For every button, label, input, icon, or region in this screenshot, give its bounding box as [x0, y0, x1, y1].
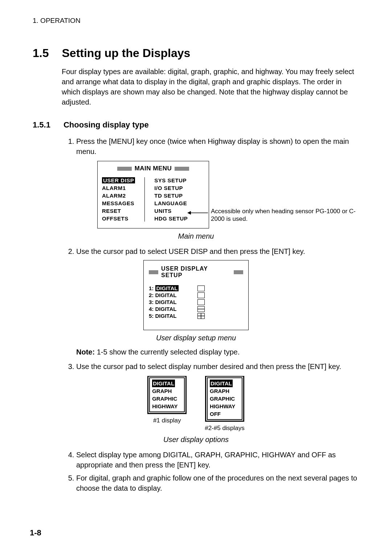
user-display-setup-figure: USER DISPLAY SETUP 1: DIGITAL 2: DIGITAL…	[143, 260, 249, 330]
uds-row-label: 5: DIGITAL	[149, 313, 189, 319]
option-item: HIGHWAY	[210, 402, 240, 410]
intro-text: Four display types are available: digita…	[62, 66, 359, 107]
menu-item: UNITS	[154, 208, 188, 214]
section-number: 1.5	[33, 46, 49, 60]
option-item: OFF	[210, 410, 240, 418]
menu-item: I/O SETUP	[154, 185, 188, 191]
step-2: Use the cursor pad to select USER DISP a…	[76, 246, 359, 256]
main-menu-caption: Main menu	[33, 232, 359, 240]
option-selected: DIGITAL	[210, 380, 233, 387]
uds-row-label: 2: DIGITAL	[149, 292, 189, 298]
layout-2-icon	[197, 306, 205, 312]
note-label: Note:	[76, 348, 95, 356]
option-box-outer: DIGITAL GRAPH GRAPHIC HIGHWAY	[147, 376, 187, 414]
uds-title-row: USER DISPLAY SETUP	[149, 266, 243, 279]
options-caption: User display options	[33, 436, 359, 444]
menu-item: OFFSETS	[102, 215, 135, 222]
main-menu-note: Accessible only when heading sensor PG-1…	[187, 207, 359, 223]
option-column-2: DIGITAL GRAPH GRAPHIC HIGHWAY OFF #2-#5 …	[205, 376, 245, 432]
option-label-1: #1 display	[153, 417, 181, 424]
main-menu-figure: MAIN MENU USER DISP ALARM1 ALARM2 MESSAG…	[97, 161, 359, 228]
page-number: 1-8	[30, 528, 41, 538]
layout-4-icon	[197, 313, 205, 319]
title-bar-icon	[175, 167, 189, 171]
menu-item: TD SETUP	[154, 193, 188, 199]
subsection-heading: 1.5.1 Choosing display type	[33, 120, 359, 130]
running-header: 1. OPERATION	[33, 17, 359, 25]
svg-marker-1	[187, 211, 191, 215]
title-bar-icon	[234, 270, 243, 274]
layout-1-icon	[197, 285, 205, 291]
menu-item: ALARM2	[102, 193, 135, 199]
uds-caption: User display setup menu	[33, 334, 359, 342]
uds-row: 2: DIGITAL	[149, 292, 243, 298]
uds-row: 1: DIGITAL	[149, 285, 243, 291]
menu-item: ALARM1	[102, 185, 135, 191]
step-list: Select display type among DIGITAL, GRAPH…	[62, 450, 359, 493]
option-item: GRAPH	[152, 387, 182, 395]
title-bar-icon	[149, 270, 158, 274]
note-text: 1-5 show the currently selected display …	[95, 348, 240, 356]
option-item: GRAPHIC	[210, 395, 240, 402]
main-menu-left-col: USER DISP ALARM1 ALARM2 MESSAGES RESET O…	[102, 177, 135, 222]
layout-1-icon	[197, 299, 205, 305]
main-menu-note-text: Accessible only when heading sensor PG-1…	[211, 207, 359, 223]
uds-row: 5: DIGITAL	[149, 313, 243, 319]
main-menu-title: MAIN MENU	[135, 165, 172, 172]
subsection-number: 1.5.1	[33, 120, 50, 130]
menu-item: SYS SETUP	[154, 177, 188, 183]
step-list: Use the cursor pad to select display num…	[62, 361, 359, 372]
title-bar-icon	[117, 167, 132, 171]
menu-item: HDG SETUP	[154, 215, 188, 222]
uds-row-label: 4: DIGITAL	[149, 306, 189, 312]
user-display-setup-box: USER DISPLAY SETUP 1: DIGITAL 2: DIGITAL…	[143, 260, 249, 330]
option-box-outer: DIGITAL GRAPH GRAPHIC HIGHWAY OFF	[205, 376, 244, 422]
step-3: Use the cursor pad to select display num…	[76, 361, 359, 372]
page: 1. OPERATION 1.5 Setting up the Displays…	[0, 0, 392, 555]
uds-row: 3: DIGITAL	[149, 299, 243, 305]
intro-block: Four display types are available: digita…	[62, 66, 359, 107]
step-list: Press the [MENU] key once (twice when Hi…	[62, 136, 359, 157]
option-selected: DIGITAL	[152, 380, 175, 387]
option-box: DIGITAL GRAPH GRAPHIC HIGHWAY OFF	[207, 377, 242, 420]
menu-item-selected: USER DISP	[102, 177, 135, 183]
menu-item: MESSAGES	[102, 200, 135, 206]
uds-row-label: 1: DIGITAL	[149, 285, 189, 291]
option-label-2: #2-#5 displays	[205, 425, 245, 432]
step-5: For digital, graph and graphic follow on…	[76, 473, 359, 493]
option-item: HIGHWAY	[152, 402, 182, 410]
user-display-options-figure: DIGITAL GRAPH GRAPHIC HIGHWAY #1 display…	[33, 376, 359, 432]
option-column-1: DIGITAL GRAPH GRAPHIC HIGHWAY #1 display	[147, 376, 187, 432]
menu-item: RESET	[102, 208, 135, 214]
step-1: Press the [MENU] key once (twice when Hi…	[76, 136, 359, 157]
option-box: DIGITAL GRAPH GRAPHIC HIGHWAY	[149, 377, 185, 412]
option-item: GRAPHIC	[152, 395, 182, 402]
option-item: GRAPH	[210, 387, 240, 395]
uds-row: 4: DIGITAL	[149, 306, 243, 312]
uds-row-label: 3: DIGITAL	[149, 299, 189, 305]
menu-item: LANGUAGE	[154, 200, 188, 206]
section-title: Setting up the Displays	[62, 46, 359, 60]
uds-selected: DIGITAL	[155, 285, 179, 291]
column-divider	[144, 177, 145, 222]
note-line: Note: 1-5 show the currently selected di…	[76, 348, 359, 356]
uds-title: USER DISPLAY SETUP	[161, 266, 231, 279]
subsection-title: Choosing display type	[64, 120, 359, 130]
arrow-left-icon	[187, 211, 208, 215]
layout-1-icon	[197, 292, 205, 298]
step-list: Use the cursor pad to select USER DISP a…	[62, 246, 359, 256]
main-menu-right-col: SYS SETUP I/O SETUP TD SETUP LANGUAGE UN…	[154, 177, 188, 222]
main-menu-title-row: MAIN MENU	[102, 165, 204, 172]
section-heading: 1.5 Setting up the Displays	[33, 46, 359, 60]
step-4: Select display type among DIGITAL, GRAPH…	[76, 450, 359, 470]
